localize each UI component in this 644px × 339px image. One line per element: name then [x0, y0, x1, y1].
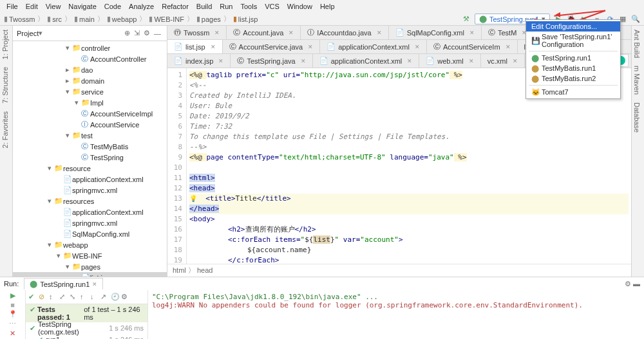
popup-edit-configs[interactable]: Edit Configurations... [526, 21, 620, 32]
bc-webinf[interactable]: ▮WEB-INF [149, 15, 184, 23]
lightbulb-icon[interactable]: 💡 [189, 195, 197, 202]
settings-icon[interactable]: ⚙ [121, 293, 130, 302]
tree-item[interactable]: 📄 applicationContext.xml [13, 174, 167, 185]
editor-tab[interactable]: 📄applicationContext.xml✕ [313, 54, 420, 68]
next-icon[interactable]: ↓ [90, 293, 99, 302]
popup-item-2[interactable]: ⬤TestMyBatis.run2 [526, 73, 620, 84]
console[interactable]: "C:\Program Files\Java\jdk1.8.0_192\bin\… [148, 290, 644, 339]
hide-icon[interactable]: — [152, 30, 163, 37]
project-tree[interactable]: ▾📁 controllerⒸ AccountController▸📁 dao▸📁… [13, 41, 167, 277]
tree-item[interactable]: Ⓒ TestSpring [13, 152, 167, 163]
menu-window[interactable]: Window [283, 3, 316, 10]
rail-project[interactable]: 1: Project [0, 26, 10, 63]
tree-item[interactable]: ▾📁 Impl [13, 97, 167, 108]
bc-project[interactable]: ▮Twossm [4, 15, 35, 23]
bc-src[interactable]: ▮src [47, 15, 62, 23]
menu-bar: File Edit View Navigate Code Analyze Ref… [0, 0, 644, 13]
editor-tab[interactable]: ⒾIAccountdao.java✕ [301, 26, 388, 39]
editor-tab[interactable]: ⓜTwossm✕ [167, 26, 227, 39]
structure-crumb[interactable]: html 〉 head [167, 264, 631, 277]
close-icon[interactable]: ✕ [10, 329, 15, 338]
tree-item[interactable]: Ⓒ AccountServiceImpl [13, 108, 167, 119]
editor-tab[interactable]: ⒸAccountServiceIm✕ [427, 40, 518, 53]
menu-view[interactable]: View [42, 3, 65, 10]
tree-item[interactable]: Ⓒ TestMyBatis [13, 141, 167, 152]
editor-tab[interactable]: ⒸAccountService.java✕ [223, 40, 321, 53]
fail-icon[interactable]: ⊘ [39, 293, 48, 302]
menu-tools[interactable]: Tools [236, 3, 261, 10]
rail-database[interactable]: Database [632, 98, 642, 136]
rail-favorites[interactable]: 2: Favorites [0, 107, 10, 152]
rail-ant[interactable]: Ant Build [632, 26, 642, 62]
close-icon[interactable]: ✕ [92, 281, 97, 288]
editor-tab[interactable]: 📄index.jsp✕ [167, 54, 231, 68]
bc-webapp[interactable]: ▮webapp [107, 15, 137, 23]
test-item[interactable]: ✔run11 s 246 ms [26, 334, 147, 339]
tree-item[interactable]: 📄 list.jsp [13, 272, 167, 277]
project-view-dropdown[interactable]: ▾ [39, 29, 43, 37]
pin-icon[interactable]: 📍 [8, 310, 17, 318]
rerun-icon[interactable]: ▶ [10, 291, 15, 300]
tree-item[interactable]: ▸📁 domain [13, 75, 167, 86]
collapse-icon[interactable]: ⇲ [132, 29, 142, 37]
tree-item[interactable]: ▾📁 test [13, 130, 167, 141]
gear-icon[interactable]: ⚙ ▬ [625, 280, 640, 288]
history-icon[interactable]: 🕘 [111, 293, 120, 302]
popup-save-config[interactable]: 💾Save 'TestSpring.run1' Configuration [526, 32, 620, 50]
menu-analyze[interactable]: Analyze [125, 3, 158, 10]
bc-main[interactable]: ▮main [74, 15, 95, 23]
rail-maven[interactable]: m Maven [632, 62, 642, 98]
menu-vcs[interactable]: VCS [261, 3, 283, 10]
tree-item[interactable]: ▾📁 controller [13, 42, 167, 53]
prev-icon[interactable]: ↑ [80, 293, 89, 302]
sort-icon[interactable]: ↕ [49, 293, 58, 302]
tree-item[interactable]: Ⓒ AccountController [13, 53, 167, 64]
editor-tab[interactable]: 📄applicationContext.xml✕ [320, 40, 427, 53]
scroll-icon[interactable]: ⊕ [122, 29, 132, 37]
gear-icon[interactable]: ⚙ [142, 29, 152, 37]
menu-navigate[interactable]: Navigate [64, 3, 100, 10]
popup-item-0[interactable]: ⬤TestSpring.run1 [526, 53, 620, 63]
editor-tab[interactable]: ⒸTestSpring.java✕ [231, 54, 312, 68]
editor-tab[interactable]: ⒸAccount.java✕ [227, 26, 301, 39]
tree-item[interactable]: ▾📁 webapp [13, 239, 167, 250]
bc-file[interactable]: ▮list.jsp [233, 15, 258, 23]
menu-code[interactable]: Code [100, 3, 125, 10]
check-icon[interactable]: ✔ [28, 293, 37, 302]
stop-icon[interactable]: ■ [10, 301, 15, 309]
run-tab[interactable]: ⬤TestSpring.run1✕ [24, 278, 103, 289]
test-root[interactable]: ✔TestSpring (com.gx.test)1 s 246 ms [26, 322, 147, 334]
expand-icon[interactable]: ⤢ [59, 293, 68, 302]
popup-tomcat[interactable]: 🐱Tomcat7 [526, 87, 620, 97]
rail-structure[interactable]: 7: Structure [0, 63, 10, 107]
dots-icon[interactable]: ⋯ [9, 320, 16, 328]
menu-edit[interactable]: Edit [22, 3, 42, 10]
bc-pages[interactable]: ▮pages [196, 15, 221, 23]
export-icon[interactable]: ↗ [100, 293, 109, 302]
editor-tab[interactable]: 📄web.xml✕ [419, 54, 480, 68]
editor-tab[interactable]: 📄list.jsp✕ [167, 40, 223, 53]
tree-item[interactable]: 📄 applicationContext.xml [13, 206, 167, 217]
menu-help[interactable]: Help [316, 3, 339, 10]
menu-file[interactable]: File [3, 3, 22, 10]
menu-build[interactable]: Build [193, 3, 216, 10]
tree-item[interactable]: 📄 springmvc.xml [13, 185, 167, 196]
search-icon[interactable]: 🔍 [631, 15, 640, 24]
collapse-icon[interactable]: ⤡ [70, 293, 79, 302]
tree-item[interactable]: Ⓘ AccountService [13, 119, 167, 130]
tree-item[interactable]: ▾📁 pages [13, 261, 167, 272]
tree-item[interactable]: ▾📁 WEB-INF [13, 250, 167, 261]
tree-item[interactable]: 📄 springmvc.xml [13, 217, 167, 228]
editor-tab[interactable]: 📄SqlMapConfig.xml✕ [389, 26, 482, 39]
run-config-popup: Edit Configurations... 💾Save 'TestSpring… [526, 19, 621, 99]
tree-item[interactable]: ▸📁 dao [13, 64, 167, 75]
tree-item[interactable]: ▾📁 resource [13, 163, 167, 174]
project-title[interactable]: Project [17, 30, 39, 37]
popup-item-1[interactable]: ⬤TestMyBatis.run1 [526, 63, 620, 73]
menu-run[interactable]: Run [216, 3, 236, 10]
hammer-icon[interactable]: ⚒ [462, 15, 471, 24]
tree-item[interactable]: 📄 SqlMapConfig.xml [13, 228, 167, 239]
menu-refactor[interactable]: Refactor [158, 3, 193, 10]
tree-item[interactable]: ▾📁 resources [13, 196, 167, 206]
tree-item[interactable]: ▾📁 service [13, 86, 167, 97]
